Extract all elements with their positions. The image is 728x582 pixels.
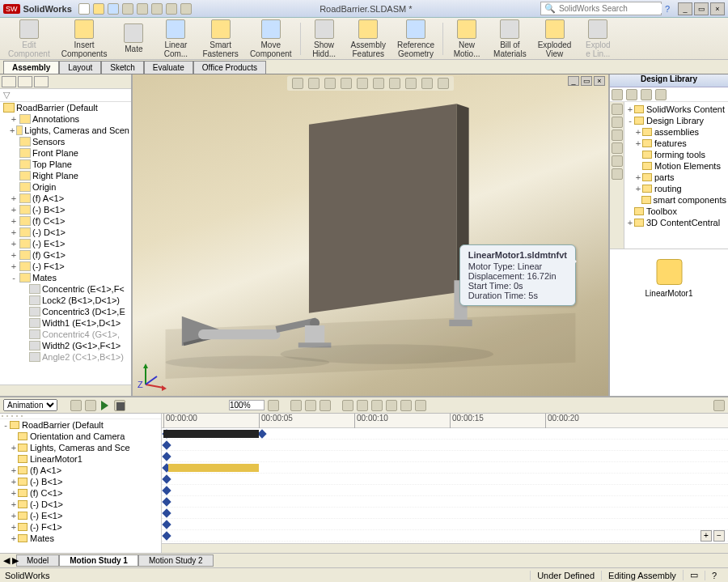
ribbon-move[interactable]: MoveComponent — [245, 18, 297, 60]
tree-item[interactable]: Top Plane — [0, 159, 131, 170]
tree-item[interactable]: +Annotations — [0, 113, 131, 125]
motion-tree-item[interactable]: +Mates — [0, 533, 161, 544]
ribbon-show[interactable]: ShowHidd... — [304, 18, 345, 60]
dl-item[interactable]: smart components — [626, 194, 726, 206]
timeline-bar[interactable] — [168, 464, 259, 472]
timeline-bar[interactable] — [163, 430, 259, 438]
stop-icon[interactable] — [114, 400, 125, 411]
motion-tree-item[interactable]: +(-) F<1> — [0, 521, 161, 533]
timeline[interactable]: 00:00:0000:00:0500:00:1000:00:1500:00:20… — [162, 414, 728, 553]
timeline-zoom-out[interactable]: − — [713, 530, 725, 542]
timeline-zoom-input[interactable] — [229, 400, 265, 410]
motion-tree-item[interactable]: +(f) C<1> — [0, 487, 161, 499]
motion-tree-item[interactable]: +(f) A<1> — [0, 465, 161, 476]
tree-item[interactable]: Concentric (E<1>,F< — [0, 283, 131, 295]
restore-button[interactable]: ▭ — [694, 2, 709, 15]
play-icon[interactable] — [99, 400, 111, 411]
tree-item[interactable]: +(-) E<1> — [0, 238, 131, 249]
layout-tool-icon[interactable] — [415, 400, 426, 411]
search-box[interactable]: 🔍 — [540, 2, 662, 15]
property-tab[interactable] — [18, 76, 32, 87]
tree-item[interactable]: +(-) B<1> — [0, 204, 131, 215]
motion-tab[interactable]: Motion Study 1 — [59, 554, 138, 567]
spring-tool-icon[interactable] — [357, 400, 368, 411]
dl-preview-item[interactable]: LinearMotor1 — [642, 259, 696, 298]
save-anim-icon[interactable] — [305, 400, 316, 411]
motion-tree-item[interactable]: -RoadBarrier (Default — [0, 419, 161, 431]
ribbon-new[interactable]: NewMotio... — [447, 18, 487, 60]
dl-add-icon[interactable] — [641, 89, 652, 100]
ribbon-reference[interactable]: ReferenceGeometry — [392, 18, 439, 60]
tree-item[interactable]: Lock2 (B<1>,D<1>) — [0, 295, 131, 306]
dl-item[interactable]: +features — [626, 138, 726, 149]
time-ruler[interactable]: 00:00:0000:00:0500:00:1000:00:1500:00:20 — [162, 414, 728, 428]
search-input[interactable] — [559, 4, 662, 13]
motion-tree-item[interactable]: +(-) E<1> — [0, 510, 161, 521]
keyframe[interactable] — [162, 520, 171, 529]
tab-office-products[interactable]: Office Products — [193, 61, 266, 74]
tree-item[interactable]: Angle2 (C<1>,B<1>) — [0, 351, 131, 363]
keyframe[interactable] — [162, 440, 171, 449]
tree-item[interactable]: Concentric4 (G<1>, — [0, 329, 131, 340]
dl-tab-appear[interactable] — [612, 155, 623, 167]
dl-tab-view[interactable] — [612, 142, 623, 154]
tree-item[interactable]: -Mates — [0, 272, 131, 283]
key-prop-icon[interactable] — [290, 400, 302, 411]
save-icon[interactable] — [108, 3, 119, 15]
motion-tree-item[interactable]: +(-) D<1> — [0, 499, 161, 510]
motion-tree-item[interactable]: +Lights, Cameras and Sce — [0, 442, 161, 453]
ribbon-insert[interactable]: InsertComponents — [57, 18, 112, 60]
redo-icon[interactable] — [151, 3, 163, 15]
tab-sketch[interactable]: Sketch — [101, 61, 144, 74]
tree-item[interactable]: Right Plane — [0, 170, 131, 181]
keyframe[interactable] — [162, 508, 171, 517]
ribbon-exploded[interactable]: ExplodedView — [533, 18, 577, 60]
keyframe[interactable] — [162, 531, 171, 540]
tree-root[interactable]: RoadBarrier (Default — [0, 102, 131, 113]
ribbon-assembly[interactable]: AssemblyFeatures — [346, 18, 391, 60]
status-help-icon[interactable]: ? — [705, 571, 723, 580]
keyframe[interactable] — [257, 429, 266, 438]
tab-assembly[interactable]: Assembly — [3, 61, 59, 74]
filter-icon[interactable] — [2, 415, 3, 417]
anim-wizard-icon[interactable] — [320, 400, 331, 411]
tab-layout[interactable]: Layout — [59, 61, 101, 74]
tree-item[interactable]: +(f) A<1> — [0, 193, 131, 204]
open-icon[interactable] — [93, 3, 104, 15]
tree-item[interactable]: Width1 (E<1>,D<1> — [0, 317, 131, 329]
dl-item[interactable]: Toolbox — [626, 206, 726, 217]
tree-item[interactable]: Width2 (G<1>,F<1> — [0, 340, 131, 351]
graphics-viewport[interactable]: _ ▭ × Z LinearMotor1.s — [133, 74, 608, 396]
tree-item[interactable]: +(f) G<1> — [0, 249, 131, 261]
config-tab[interactable] — [34, 76, 49, 87]
timeline-row[interactable] — [162, 451, 728, 462]
dl-item[interactable]: +SolidWorks Content — [626, 104, 726, 115]
tree-item[interactable]: +(-) D<1> — [0, 227, 131, 238]
tree-item[interactable]: +(-) F<1> — [0, 261, 131, 272]
tree-scrollbar[interactable] — [0, 384, 131, 396]
dl-refresh-icon[interactable] — [655, 89, 667, 100]
ribbon-billof[interactable]: Bill ofMaterials — [489, 18, 531, 60]
dl-tab-library[interactable] — [612, 104, 623, 115]
new-icon[interactable] — [78, 3, 90, 15]
expand-all-icon[interactable] — [11, 415, 13, 417]
motion-tab[interactable]: Model — [16, 554, 59, 567]
contact-tool-icon[interactable] — [371, 400, 383, 411]
dl-item[interactable]: Motion Elements — [626, 160, 726, 172]
rebuild-icon[interactable] — [166, 3, 177, 15]
timeline-zoom-in[interactable]: + — [700, 530, 712, 542]
dl-item[interactable]: +3D ContentCentral — [626, 217, 726, 228]
tree-item[interactable]: +(f) C<1> — [0, 215, 131, 227]
tree-item[interactable]: Front Plane — [0, 147, 131, 159]
help-icon[interactable]: ? — [665, 4, 670, 14]
minimize-button[interactable]: _ — [678, 2, 692, 15]
collapse-all-icon[interactable] — [6, 415, 8, 417]
options-icon[interactable] — [180, 3, 192, 15]
keyframe[interactable] — [162, 486, 171, 495]
timeline-row[interactable] — [162, 462, 728, 474]
close-button[interactable]: × — [710, 2, 725, 15]
timeline-row[interactable] — [162, 519, 728, 530]
dl-home-icon[interactable] — [612, 89, 623, 100]
step-back-icon[interactable] — [85, 400, 96, 411]
motion-tree-item[interactable]: +(-) B<1> — [0, 476, 161, 487]
